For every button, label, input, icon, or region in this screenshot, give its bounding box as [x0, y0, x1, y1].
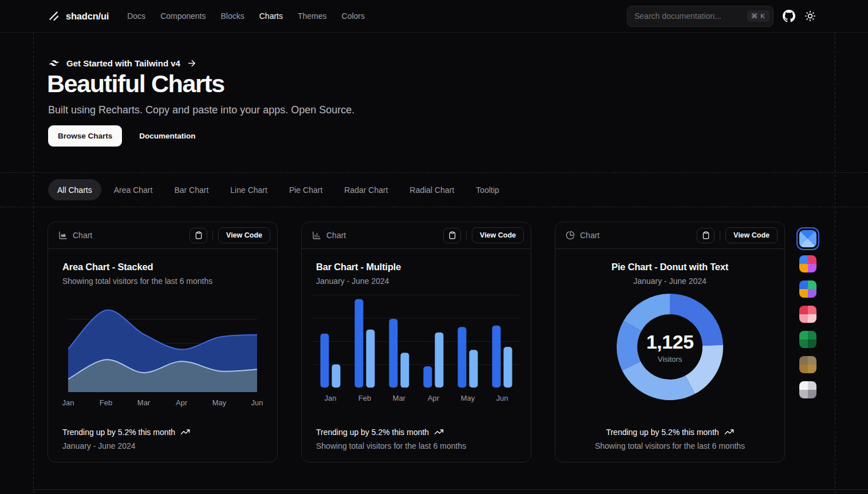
card-toolbar: Chart View Code — [48, 222, 277, 249]
toolbar-divider — [212, 231, 213, 240]
card-toolbar-label: Chart — [73, 231, 92, 240]
x-axis-label: Apr — [428, 394, 439, 402]
search-input[interactable]: Search documentation... ⌘ K — [627, 6, 774, 27]
chart-pie-icon — [566, 231, 575, 240]
nav-item-charts[interactable]: Charts — [259, 11, 283, 21]
x-axis-label: May — [212, 398, 227, 407]
copy-code-button[interactable] — [190, 228, 207, 243]
footer-secondary-text: January - June 2024 — [62, 441, 263, 450]
card-toolbar: Chart View Code — [302, 222, 531, 249]
clipboard-icon — [448, 231, 456, 239]
page-title: Beautiful Charts — [47, 70, 224, 98]
right-dashed-rail — [835, 33, 835, 494]
card-toolbar-label: Chart — [326, 231, 346, 240]
theme-swatch-rose[interactable] — [799, 306, 816, 323]
card-body: Pie Chart - Donut with Text January - Ju… — [555, 249, 784, 462]
x-axis-label: Jun — [251, 398, 263, 407]
brand[interactable]: shadcn/ui — [48, 10, 109, 22]
trend-text: Trending up by 5.2% this month — [606, 428, 719, 437]
donut-total-label: Visitors — [658, 355, 682, 363]
toolbar-divider — [466, 231, 467, 240]
page: shadcn/ui Docs Components Blocks Charts … — [0, 0, 868, 494]
view-code-button[interactable]: View Code — [218, 227, 270, 243]
toolbar-actions: View Code — [190, 227, 270, 243]
tailwind-icon — [48, 57, 60, 69]
tailwind-banner-link[interactable]: Get Started with Tailwind v4 — [48, 57, 196, 69]
tab-radial-chart[interactable]: Radial Chart — [401, 179, 464, 200]
x-axis-label: Apr — [176, 398, 187, 407]
chart-title: Bar Chart - Multiple — [316, 262, 516, 272]
card-footer: Trending up by 5.2% this month Showing t… — [316, 427, 516, 450]
card-footer: Trending up by 5.2% this month January -… — [62, 427, 263, 450]
donut-total-value: 1,125 — [646, 331, 694, 353]
tab-radar-chart[interactable]: Radar Chart — [335, 179, 397, 200]
chart-subtitle: January - June 2024 — [633, 276, 707, 286]
tab-area-chart[interactable]: Area Chart — [105, 179, 162, 200]
area-chart-plot: JanFebMarAprMayJun — [68, 295, 257, 408]
theme-swatch-amber[interactable] — [799, 356, 816, 373]
clipboard-icon — [702, 231, 710, 239]
view-code-button[interactable]: View Code — [472, 227, 524, 243]
chart-title: Pie Chart - Donut with Text — [611, 262, 728, 272]
search-shortcut-kbd: ⌘ K — [747, 10, 770, 22]
shadcn-logo-icon — [48, 10, 60, 22]
x-axis-label: Mar — [137, 398, 150, 407]
card-footer: Trending up by 5.2% this month Showing t… — [570, 427, 770, 450]
x-axis-label: Mar — [393, 394, 405, 402]
page-subtitle: Built using Recharts. Copy and paste int… — [48, 104, 354, 116]
copy-code-button[interactable] — [697, 228, 715, 243]
area-chart-card: Chart View Code Area Chart - Stacked Sho… — [48, 222, 278, 463]
search-placeholder: Search documentation... — [634, 11, 721, 21]
card-toolbar-label: Chart — [580, 231, 599, 240]
card-toolbar: Chart View Code — [555, 222, 784, 249]
theme-swatch-green[interactable] — [799, 331, 816, 348]
donut-chart-plot: 1,125 Visitors — [616, 293, 724, 401]
trend-text: Trending up by 5.2% this month — [316, 428, 429, 437]
hero-buttons: Browse Charts Documentation — [48, 125, 205, 147]
chart-subtitle: January - June 2024 — [316, 276, 516, 286]
documentation-button[interactable]: Documentation — [130, 125, 204, 147]
github-icon[interactable] — [783, 10, 795, 22]
tab-tooltip[interactable]: Tooltip — [467, 179, 508, 200]
view-code-button[interactable]: View Code — [725, 227, 778, 243]
trending-up-icon — [434, 427, 444, 437]
theme-swatch-mono[interactable] — [799, 381, 816, 398]
tab-all-charts[interactable]: All Charts — [48, 179, 101, 200]
bar-chart-plot: JanFebMarAprMayJun — [313, 295, 519, 404]
nav-item-components[interactable]: Components — [160, 11, 206, 21]
x-axis-label: Jun — [496, 394, 508, 402]
trending-up-icon — [724, 427, 734, 437]
browse-charts-button[interactable]: Browse Charts — [48, 125, 122, 147]
brand-name: shadcn/ui — [66, 11, 109, 22]
x-axis-label: Jan — [325, 394, 337, 402]
arrow-right-icon — [187, 58, 196, 68]
trending-up-icon — [180, 427, 190, 437]
nav-item-docs[interactable]: Docs — [127, 11, 145, 21]
theme-swatch-picker — [799, 230, 816, 398]
tab-pie-chart[interactable]: Pie Chart — [280, 179, 332, 200]
card-body: Bar Chart - Multiple January - June 2024… — [302, 249, 531, 462]
nav-item-themes[interactable]: Themes — [298, 11, 327, 21]
bottom-divider — [33, 489, 868, 490]
tab-line-chart[interactable]: Line Chart — [221, 179, 277, 200]
chart-category-tabs: All Charts Area Chart Bar Chart Line Cha… — [0, 172, 868, 207]
theme-swatch-blue[interactable] — [799, 230, 816, 247]
chart-column-icon — [312, 231, 321, 240]
copy-code-button[interactable] — [443, 228, 461, 243]
nav-right: Search documentation... ⌘ K — [627, 6, 816, 27]
nav-item-colors[interactable]: Colors — [342, 11, 365, 21]
top-nav: shadcn/ui Docs Components Blocks Charts … — [0, 0, 868, 33]
bar-chart-card: Chart View Code Bar Chart - Multiple Jan… — [301, 222, 531, 463]
tab-bar-chart[interactable]: Bar Chart — [165, 179, 218, 200]
chart-subtitle: Showing total visitors for the last 6 mo… — [62, 276, 263, 286]
banner-text: Get Started with Tailwind v4 — [66, 58, 180, 68]
x-axis-label: May — [461, 394, 475, 402]
theme-toggle-sun-icon[interactable] — [804, 10, 816, 22]
theme-swatch-colorful[interactable] — [799, 255, 816, 272]
chart-area-icon — [58, 231, 68, 240]
theme-swatch-colorful-green[interactable] — [799, 280, 816, 298]
card-body: Area Chart - Stacked Showing total visit… — [48, 249, 277, 462]
nav-item-blocks[interactable]: Blocks — [221, 11, 244, 21]
clipboard-icon — [195, 231, 203, 239]
chart-title: Area Chart - Stacked — [62, 262, 263, 272]
